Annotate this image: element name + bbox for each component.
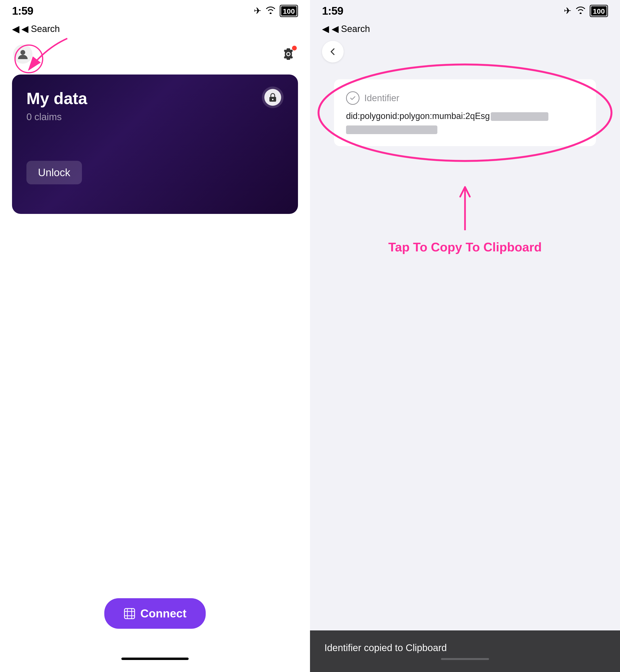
identifier-label: Identifier: [364, 93, 399, 103]
identifier-blurred-2: [346, 125, 437, 134]
connect-btn-container: Connect: [104, 598, 206, 629]
top-icons-row: [0, 39, 310, 70]
right-status-icons: ✈ 100: [564, 5, 608, 17]
user-icon: [17, 48, 29, 60]
left-screen: 1:59 ✈ 100 ◀ ◀ Search: [0, 0, 310, 672]
svg-point-5: [272, 99, 273, 100]
right-time: 1:59: [322, 4, 343, 17]
card-title: My data: [27, 89, 283, 108]
tap-copy-text: Tap To Copy To Clipboard: [389, 240, 541, 254]
my-data-card: My data 0 claims Unlock: [12, 74, 298, 214]
wifi-icon: [265, 6, 276, 16]
left-status-bar: 1:59 ✈ 100: [0, 0, 310, 19]
lock-button[interactable]: [262, 87, 283, 108]
connect-label: Connect: [140, 607, 187, 620]
right-back-search[interactable]: ◀ ◀ Search: [322, 23, 370, 34]
settings-button[interactable]: [279, 45, 298, 64]
avatar-inner: [13, 45, 33, 64]
checkmark-icon: [349, 95, 356, 102]
lock-inner: [264, 89, 281, 106]
left-back-label: ◀ Search: [21, 23, 60, 34]
identifier-header: Identifier: [346, 91, 584, 105]
airplane-icon: ✈: [254, 5, 261, 16]
battery-label: 100: [283, 7, 295, 15]
right-status-bar: 1:59 ✈ 100: [310, 0, 620, 19]
back-circle-container: [310, 39, 620, 62]
unlock-button[interactable]: Unlock: [27, 161, 82, 184]
left-back-nav[interactable]: ◀ ◀ Search: [12, 23, 60, 34]
identifier-value: did:polygonid:polygon:mumbai:2qEsg: [346, 110, 584, 134]
toast-notification: Identifier copied to Clipboard: [310, 630, 620, 672]
left-status-icons: ✈ 100: [254, 5, 298, 17]
svg-point-0: [20, 50, 25, 55]
right-battery: 100: [590, 5, 608, 17]
right-nav-bar: ◀ ◀ Search: [310, 19, 620, 39]
annotation-up-arrow: [453, 182, 477, 230]
notification-dot: [292, 46, 297, 50]
back-chevron-icon: [328, 47, 338, 56]
tap-copy-annotation: Tap To Copy To Clipboard: [389, 182, 541, 254]
connect-button[interactable]: Connect: [104, 598, 206, 629]
left-back-arrow-icon: ◀: [12, 23, 19, 34]
user-avatar[interactable]: [12, 43, 34, 65]
lock-icon: [267, 92, 278, 103]
svg-point-2: [287, 53, 290, 55]
right-screen: 1:59 ✈ 100 ◀ ◀ Search: [310, 0, 620, 672]
toast-scroll-indicator: [441, 658, 489, 660]
svg-rect-6: [124, 609, 135, 619]
right-wifi-icon: [575, 6, 586, 16]
left-nav-bar: ◀ ◀ Search: [0, 19, 310, 39]
identifier-visible-text: did:polygonid:polygon:mumbai:2qEsg: [346, 111, 490, 121]
identifier-blurred-1: [491, 112, 549, 121]
right-battery-label: 100: [593, 7, 605, 15]
check-circle-icon: [346, 91, 360, 105]
toast-content: Identifier copied to Clipboard: [324, 642, 606, 660]
unlock-label: Unlock: [38, 166, 70, 178]
toast-bottom: [324, 658, 606, 660]
left-home-indicator: [121, 658, 189, 660]
battery-left: 100: [280, 5, 298, 17]
card-subtitle: 0 claims: [27, 111, 283, 122]
right-airplane-icon: ✈: [564, 5, 571, 16]
back-circle-button[interactable]: [322, 41, 344, 62]
connect-icon: [123, 608, 136, 620]
left-time: 1:59: [12, 4, 33, 17]
identifier-card[interactable]: Identifier did:polygonid:polygon:mumbai:…: [334, 79, 596, 146]
identifier-section: Identifier did:polygonid:polygon:mumbai:…: [322, 72, 608, 153]
toast-text: Identifier copied to Clipboard: [324, 642, 606, 653]
